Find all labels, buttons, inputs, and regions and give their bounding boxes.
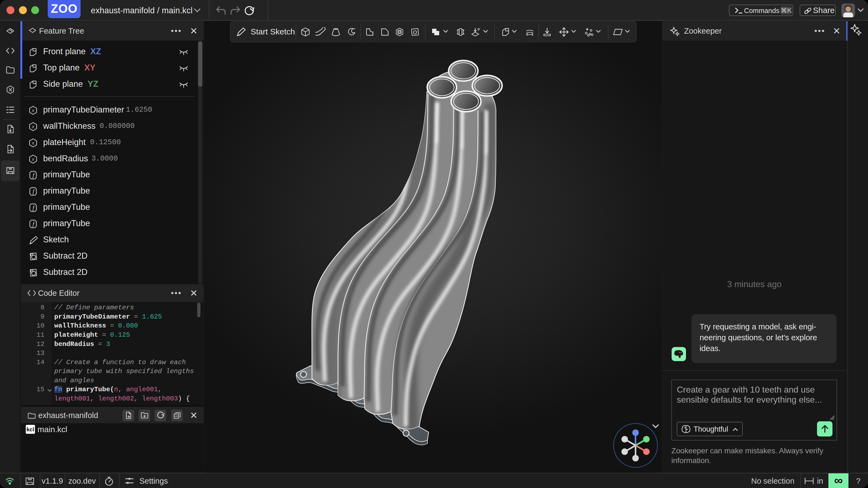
svg-text:f: f [33, 172, 35, 178]
svg-text:x: x [32, 107, 34, 113]
svg-text:x: x [32, 156, 34, 162]
svg-text:x: x [32, 124, 34, 129]
svg-text:f: f [33, 188, 35, 195]
svg-text:f: f [33, 204, 35, 211]
svg-text:f: f [33, 220, 35, 227]
svg-text:x: x [32, 140, 34, 145]
